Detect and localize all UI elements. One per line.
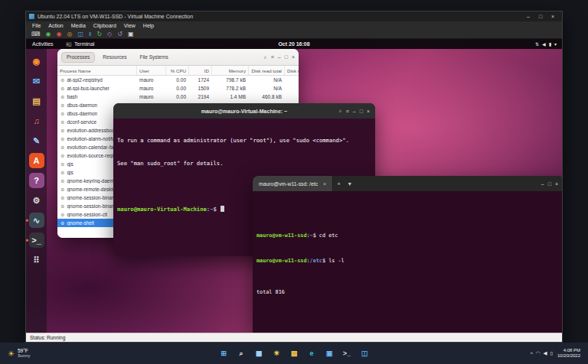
column-header[interactable]: Disk writ	[285, 66, 299, 75]
dock-files[interactable]: ▤	[29, 93, 44, 109]
dock-thunderbird[interactable]: ✉	[29, 73, 44, 89]
dock-system-monitor[interactable]: ∿	[29, 213, 44, 228]
vm-menu-item[interactable]: Clipboard	[90, 23, 120, 28]
vm-menu-item[interactable]: Media	[67, 23, 90, 28]
dock-rhythmbox[interactable]: ♫	[29, 113, 44, 128]
terminal-output[interactable]: mauro@vm-w11-ssd:~$ cd etc mauro@vm-w11-…	[253, 191, 562, 333]
tab-file-systems[interactable]: File Systems	[134, 52, 173, 63]
process-icon: ⚙	[60, 195, 64, 200]
command-text: ls -l	[328, 258, 344, 264]
headerbar-actions: ⌕ ≡ – □ ×	[264, 54, 295, 60]
tab-list-caret-icon[interactable]: ▾	[345, 180, 355, 187]
process-row[interactable]: ⚙at-spi2-registryd mauro 0.00 1724 798.7…	[57, 76, 299, 84]
clock-button[interactable]: Oct 20 16:08	[278, 41, 309, 47]
tab-processes[interactable]: Processes	[61, 52, 95, 63]
minimize-button[interactable]: –	[353, 109, 356, 114]
shutdown-icon[interactable]: ◎	[67, 31, 73, 37]
ctrl-alt-del-icon[interactable]: ⌨	[31, 31, 41, 37]
ubuntu-system-tray[interactable]: ⇅◀▮▾	[535, 41, 557, 47]
vm-menubar: FileActionMediaClipboardViewHelp	[26, 21, 562, 30]
taskbar-hyper-v[interactable]: ◫	[357, 345, 372, 362]
column-header[interactable]: Memory	[212, 66, 249, 75]
tab-resources[interactable]: Resources	[97, 52, 132, 63]
process-icon: ⚙	[60, 102, 64, 108]
taskbar-search[interactable]: ⌕	[234, 345, 249, 362]
process-id: 1724	[189, 77, 212, 83]
taskbar-widgets[interactable]: ☀	[269, 345, 284, 362]
taskbar-app-icon: ⌕	[239, 350, 243, 357]
focused-app-menu[interactable]: >_ Terminal	[66, 41, 95, 47]
maximize-button[interactable]: □	[534, 12, 547, 21]
menu-icon[interactable]: ≡	[346, 109, 349, 114]
column-header[interactable]: Disk read total	[249, 66, 285, 75]
battery-icon[interactable]: ▯	[550, 350, 553, 356]
weather-widget[interactable]: ☀ 59°F Sunny	[8, 348, 30, 359]
column-header[interactable]: ID	[189, 66, 212, 75]
taskbar-app-icon: >_	[343, 350, 351, 357]
process-row[interactable]: ⚙bash mauro 0.00 2194 1.4 MB 460.8 kB	[57, 93, 299, 101]
minimize-button[interactable]: –	[522, 12, 534, 21]
terminal-line: See "man sudo_root" for details.	[117, 160, 371, 167]
dock-help[interactable]: ?	[29, 173, 44, 188]
search-icon[interactable]: ⌕	[339, 108, 342, 114]
dock-settings[interactable]: ⚙	[29, 193, 44, 208]
search-icon[interactable]: ⌕	[264, 54, 267, 60]
pause-icon[interactable]: ‖	[89, 31, 91, 37]
checkpoint-icon[interactable]: ◇	[107, 31, 112, 37]
taskbar-file-explorer[interactable]: ▤	[286, 345, 302, 362]
close-button[interactable]: ×	[547, 12, 559, 21]
maximize-button[interactable]: □	[285, 54, 288, 60]
turn-off-icon[interactable]: ◉	[57, 31, 62, 37]
dock-app-icon: A	[34, 157, 40, 165]
maximize-button[interactable]: □	[548, 181, 551, 187]
minimize-button[interactable]: –	[278, 54, 281, 60]
column-header[interactable]: % CPU	[166, 66, 189, 75]
dock-ubuntu-software[interactable]: A	[29, 153, 44, 168]
dock-libreoffice-writer[interactable]: ✎	[29, 133, 44, 148]
vm-menu-item[interactable]: Action	[44, 23, 67, 28]
close-button[interactable]: ×	[555, 181, 558, 187]
taskbar-edge[interactable]: e	[304, 345, 319, 362]
taskbar-store[interactable]: ▣	[322, 345, 337, 362]
dock-firefox[interactable]: ◉	[29, 54, 44, 69]
terminal-window-2: mauro@vm-w11-ssd: /etc × + ▾ – □ ×	[253, 176, 562, 333]
activities-button[interactable]: Activities	[32, 41, 54, 47]
start-vm-icon[interactable]: ◉	[46, 31, 51, 37]
vm-menu-item[interactable]: File	[28, 23, 44, 28]
maximize-button[interactable]: □	[360, 109, 363, 114]
revert-icon[interactable]: ↺	[117, 31, 122, 37]
wifi-icon[interactable]: ◠	[536, 350, 541, 356]
process-cpu: 0.00	[166, 86, 189, 91]
close-button[interactable]: ×	[367, 109, 370, 114]
dock-app-grid[interactable]: ⠿	[29, 252, 44, 268]
tab-close-icon[interactable]: ×	[323, 181, 326, 187]
save-state-icon[interactable]: ◫	[78, 31, 84, 37]
taskbar-terminal[interactable]: >_	[339, 345, 354, 362]
column-header[interactable]: Process Name	[57, 66, 137, 75]
minimize-button[interactable]: –	[541, 181, 544, 187]
new-tab-button[interactable]: +	[333, 180, 345, 187]
vm-menu-item[interactable]: Help	[139, 23, 158, 28]
taskbar-clock[interactable]: 4:08 PM 10/20/2022	[557, 348, 580, 359]
taskbar-start[interactable]: ⊞	[216, 345, 231, 362]
power-icon: ▮	[549, 41, 551, 47]
volume-icon[interactable]: ◀	[543, 350, 547, 356]
headerbar-actions: ⌕ ≡ – □ ×	[339, 108, 375, 114]
menu-icon[interactable]: ≡	[271, 54, 274, 60]
close-button[interactable]: ×	[292, 54, 295, 60]
reset-icon[interactable]: ↻	[96, 31, 102, 37]
process-name: dbus-daemon	[67, 102, 97, 108]
column-header[interactable]: User	[137, 66, 166, 75]
terminal-tab[interactable]: mauro@vm-w11-ssd: /etc ×	[253, 176, 333, 191]
process-icon: ⚙	[60, 170, 64, 175]
process-row[interactable]: ⚙at-spi-bus-launcher mauro 0.00 1509 778…	[57, 84, 299, 93]
enhanced-session-icon[interactable]: ▣	[128, 31, 134, 37]
terminal-headerbar[interactable]: mauro@mauro-Virtual-Machine: ~ ⌕ ≡ – □ ×	[113, 103, 375, 119]
tab-title: mauro@vm-w11-ssd: /etc	[259, 181, 318, 187]
vm-menu-item[interactable]: View	[120, 23, 139, 28]
taskbar-task-view[interactable]: ▦	[251, 345, 266, 362]
tray-chevron-icon[interactable]: ^	[531, 351, 533, 356]
process-name: gnome-remote-deskto...	[67, 187, 119, 192]
dock-terminal[interactable]: >_	[29, 232, 44, 248]
vm-display[interactable]: Activities >_ Terminal Oct 20 16:08 ⇅◀▮▾…	[26, 39, 562, 333]
